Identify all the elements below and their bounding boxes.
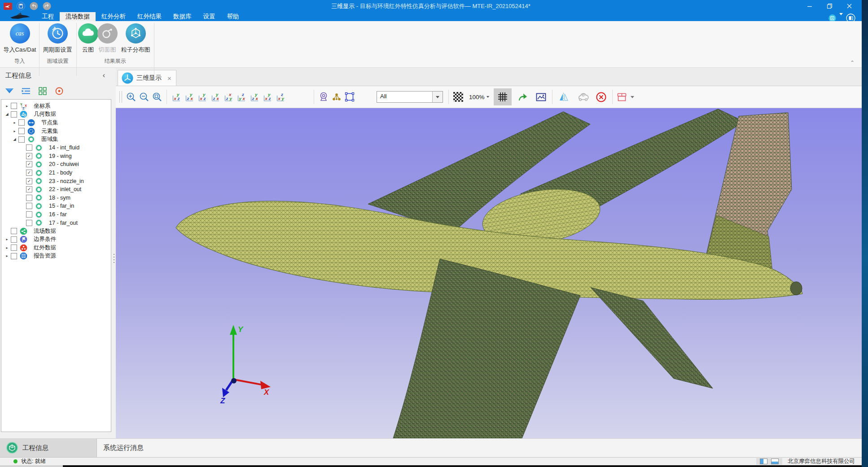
menu-item-database[interactable]: 数据库 xyxy=(167,12,197,21)
tree-expander-icon[interactable]: ◢ xyxy=(4,112,10,116)
menu-item-ir-results[interactable]: 红外结果 xyxy=(132,12,167,21)
tree-item[interactable]: ▸边界条件 xyxy=(1,236,111,244)
menu-item-flowfield[interactable]: 流场数据 xyxy=(60,12,96,21)
tree-checkbox[interactable]: ✓ xyxy=(26,178,32,184)
close-button[interactable] xyxy=(839,0,859,12)
ribbon-collapse-button[interactable]: ⌃ xyxy=(850,60,855,66)
view-front-button[interactable]: yxz xyxy=(170,90,183,104)
chevron-down-icon[interactable] xyxy=(628,90,636,104)
tree-checkbox[interactable]: ✓ xyxy=(26,161,32,167)
tree-checkbox[interactable] xyxy=(11,103,17,109)
save-button[interactable] xyxy=(17,2,25,10)
tree-expander-icon[interactable]: ▸ xyxy=(4,237,10,241)
tree-item[interactable]: 15 - far_in xyxy=(1,202,111,210)
probe-camera-button[interactable] xyxy=(317,90,330,104)
import-cas-dat-button[interactable]: cas 导入Cas/Dat xyxy=(1,23,38,54)
box-select-button[interactable] xyxy=(343,90,356,104)
minimize-button[interactable] xyxy=(800,0,820,12)
display-filter-select[interactable]: All xyxy=(377,91,443,103)
tree-item[interactable]: ✓23 - nozzle_in xyxy=(1,177,111,185)
view-iso-2-button[interactable]: yxz xyxy=(261,90,274,104)
menu-item-help[interactable]: 帮助 xyxy=(221,12,245,21)
tree-item[interactable]: 流场数据 xyxy=(1,227,111,236)
menu-item-engineering[interactable]: 工程 xyxy=(36,12,60,21)
zoom-percent-dropdown[interactable]: 100% xyxy=(469,94,489,100)
tree-item[interactable]: 17 - far_out xyxy=(1,218,111,227)
particle-trace-button[interactable] xyxy=(330,90,343,104)
transparency-checker-icon[interactable] xyxy=(452,90,465,104)
view-iso-3-button[interactable]: zxy xyxy=(274,90,287,104)
zoom-fit-button[interactable] xyxy=(151,90,164,104)
particle-distribution-button[interactable]: 粒子分布图 xyxy=(118,23,153,54)
view-left-button[interactable]: yxz xyxy=(196,90,209,104)
zoom-in-button[interactable] xyxy=(125,90,138,104)
view-top-button[interactable]: xzy xyxy=(222,90,235,104)
app-menu-button[interactable] xyxy=(4,2,12,10)
mirror-button[interactable] xyxy=(558,90,571,104)
tree-expander-icon[interactable]: ▸ xyxy=(4,254,10,258)
tree-item[interactable]: ✓19 - wing xyxy=(1,152,111,161)
viewport-3d[interactable]: Y X Z xyxy=(116,108,862,438)
period-face-settings-button[interactable]: 周期面设置 xyxy=(40,23,75,54)
tree-checkbox[interactable]: ✓ xyxy=(26,170,32,176)
view-back-button[interactable]: yzx xyxy=(183,90,196,104)
project-info-footer-button[interactable]: 工程信息 xyxy=(0,438,96,457)
restore-button[interactable] xyxy=(820,0,839,12)
toolbar-drag-handle[interactable] xyxy=(119,91,122,103)
tree-item[interactable]: 14 - int_fluid xyxy=(1,144,111,152)
tree-item[interactable]: ✓20 - chuiwei xyxy=(1,160,111,169)
cloud-plot-button[interactable]: 云图 xyxy=(77,23,99,54)
tree-checkbox[interactable] xyxy=(26,203,32,209)
share-export-button[interactable] xyxy=(516,90,529,104)
tree-item[interactable]: 18 - sym xyxy=(1,194,111,202)
tree-item[interactable]: 16 - far xyxy=(1,210,111,219)
tree-checkbox[interactable] xyxy=(26,220,32,226)
tree-checkbox[interactable] xyxy=(11,253,17,259)
export-package-button[interactable] xyxy=(615,90,628,104)
tree-checkbox[interactable]: ✓ xyxy=(26,186,32,192)
tree-checkbox[interactable] xyxy=(18,119,25,126)
zoom-out-button[interactable] xyxy=(138,90,151,104)
tab-close-icon[interactable]: × xyxy=(167,74,171,82)
snapshot-button[interactable] xyxy=(535,90,548,104)
tree-item[interactable]: ◢几何数据 xyxy=(1,110,111,119)
tree-checkbox[interactable] xyxy=(26,195,32,201)
tree-checkbox[interactable] xyxy=(11,111,17,118)
tree-checkbox[interactable] xyxy=(18,128,25,134)
menu-item-settings[interactable]: 设置 xyxy=(197,12,221,21)
redo-button[interactable] xyxy=(43,2,51,10)
tree-checkbox[interactable] xyxy=(11,236,17,243)
layout-toggle-bottom-icon[interactable] xyxy=(771,458,779,464)
panel-splitter[interactable] xyxy=(112,68,116,438)
tree-checkbox[interactable] xyxy=(26,211,32,218)
menu-item-ir-analysis[interactable]: 红外分析 xyxy=(96,12,132,21)
grid-toggle-button[interactable] xyxy=(494,88,512,105)
tree-item[interactable]: ◢面域集 xyxy=(1,135,111,144)
layout-toggle-left-icon[interactable] xyxy=(760,458,767,464)
tree-expander-icon[interactable]: ▸ xyxy=(4,104,10,108)
tree-checkbox[interactable] xyxy=(18,136,25,143)
tree-item[interactable]: ▸节点集 xyxy=(1,118,111,127)
tab-3d-view[interactable]: 三维显示 × xyxy=(118,70,176,86)
tree-item[interactable]: ▸YZX坐标系 xyxy=(1,102,111,110)
tree-expander-icon[interactable]: ▸ xyxy=(12,121,18,125)
tree-item[interactable]: ▸报告资源 xyxy=(1,252,111,261)
tree-item[interactable]: ✓22 - inlet_out xyxy=(1,185,111,194)
panel-collapse-button[interactable]: ‹ xyxy=(103,72,105,79)
view-bottom-button[interactable]: zyx xyxy=(235,90,248,104)
tree-expander-icon[interactable]: ▸ xyxy=(4,246,10,250)
tree-checkbox[interactable]: ✓ xyxy=(26,153,32,159)
project-tree[interactable]: ▸YZX坐标系◢几何数据▸节点集▸元素集◢面域集14 - int_fluid✓1… xyxy=(1,99,111,432)
view-right-button[interactable]: yzx xyxy=(209,90,222,104)
tree-item[interactable]: ✓21 - body xyxy=(1,169,111,177)
tree-expander-icon[interactable]: ▸ xyxy=(12,129,18,133)
chevron-down-icon[interactable] xyxy=(432,92,443,102)
tree-item[interactable]: ▸红外数据 xyxy=(1,244,111,252)
tree-expander-icon[interactable]: ◢ xyxy=(12,137,18,141)
undo-button[interactable] xyxy=(30,2,38,10)
delete-view-button[interactable] xyxy=(595,90,608,104)
tree-checkbox[interactable] xyxy=(11,244,17,251)
tree-checkbox[interactable] xyxy=(26,144,32,151)
group-view-button[interactable] xyxy=(38,86,48,96)
view-iso-1-button[interactable]: yzx xyxy=(248,90,261,104)
